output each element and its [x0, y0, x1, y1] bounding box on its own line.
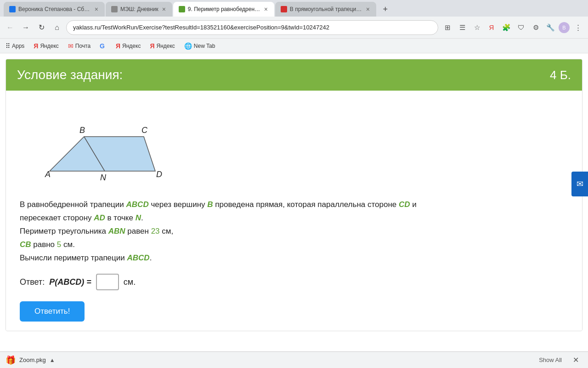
screen-share-icon[interactable]: ⊞ — [441, 21, 454, 34]
download-chevron-icon[interactable]: ▲ — [50, 357, 55, 363]
show-all-button[interactable]: Show All — [535, 355, 565, 365]
bookmark-yandex-3[interactable]: Я Яндекс — [148, 41, 176, 51]
address-bar: ← → ↻ ⌂ ⊞ ☰ ☆ Я 🧩 🛡 ⚙ 🔧 В ⋮ — [0, 17, 588, 39]
bookmark-apps[interactable]: ⠿ Apps — [4, 41, 26, 51]
extension-icon-2[interactable]: 🛡 — [514, 21, 527, 34]
reader-mode-icon[interactable]: ☰ — [456, 21, 469, 34]
bookmark-mail-label: Почта — [75, 43, 90, 49]
tab-3[interactable]: 9. Периметр равнобедренно... × — [173, 2, 274, 17]
answer-unit: см. — [124, 277, 136, 287]
problem-line2: пересекает сторону AD в точке N. — [20, 213, 143, 222]
tab-1-close[interactable]: × — [94, 5, 99, 14]
tab-bar: Вероника Степанова - Сборн... × МЭШ: Дне… — [0, 0, 588, 17]
tab-1-favicon — [9, 6, 16, 12]
bookmark-yandex-2-label: Яндекс — [122, 43, 141, 49]
new-tab-button[interactable]: + — [379, 3, 392, 16]
card-body: A B C D N В равнобедренной трапеции ABCD… — [6, 91, 582, 331]
exercise-card: Условие задания: 4 Б. A B C — [6, 59, 582, 331]
browser-frame: Вероника Степанова - Сборн... × МЭШ: Дне… — [0, 0, 588, 368]
back-button[interactable]: ← — [4, 21, 17, 34]
address-input[interactable] — [66, 20, 438, 35]
submit-button[interactable]: Ответить! — [20, 301, 85, 322]
bookmark-yandex-1[interactable]: Я Яндекс — [32, 41, 60, 51]
svg-text:B: B — [79, 126, 85, 135]
trapezoid-svg: A B C D N — [20, 100, 167, 187]
svg-text:A: A — [45, 170, 51, 179]
extensions-icon[interactable]: ⚙ — [529, 21, 542, 34]
bookmark-mail[interactable]: ✉ Почта — [66, 41, 92, 51]
svg-text:C: C — [141, 126, 148, 135]
bookmarks-bar: ⠿ Apps Я Яндекс ✉ Почта G Я Яндекс Я Янд… — [0, 39, 588, 53]
svg-marker-0 — [50, 137, 155, 171]
download-item: 🎁 Zoom.pkg ▲ — [6, 355, 55, 365]
problem-text: В равнобедренной трапеции ABCD через вер… — [20, 198, 568, 264]
reload-button[interactable]: ↻ — [35, 21, 48, 34]
bookmark-newtab-label: New Tab — [194, 43, 215, 49]
tab-2-label: МЭШ: Дневник — [120, 6, 158, 12]
tab-2-favicon — [111, 6, 118, 12]
trapezoid-figure: A B C D N — [20, 100, 568, 189]
tab-1-label: Вероника Степанова - Сборн... — [18, 6, 91, 12]
bookmark-star-icon[interactable]: ☆ — [470, 21, 483, 34]
svg-text:N: N — [100, 173, 107, 182]
download-bar-close[interactable]: ✕ — [569, 354, 582, 366]
toolbar-icons: ⊞ ☰ ☆ Я 🧩 🛡 ⚙ 🔧 В ⋮ — [441, 21, 584, 34]
problem-line3: Периметр треугольника ABN равен 23 см, — [20, 227, 173, 236]
bookmark-yandex-3-label: Яндекс — [156, 43, 175, 49]
answer-formula: P(ABCD) = — [49, 277, 91, 287]
home-button[interactable]: ⌂ — [51, 21, 63, 34]
extension-icon-1[interactable]: 🧩 — [500, 21, 513, 34]
forward-button[interactable]: → — [19, 21, 32, 34]
card-header-points: 4 Б. — [550, 68, 571, 82]
answer-row: Ответ: P(ABCD) = см. — [20, 274, 568, 290]
tab-3-favicon — [179, 6, 185, 12]
tab-3-label: 9. Периметр равнобедренно... — [188, 6, 260, 12]
download-bar: 🎁 Zoom.pkg ▲ Show All ✕ — [0, 351, 588, 368]
problem-line4: CB равно 5 см. — [20, 240, 75, 249]
bookmark-apps-label: Apps — [12, 43, 24, 49]
yandex-icon-1[interactable]: Я — [485, 21, 498, 34]
problem-line1: В равнобедренной трапеции ABCD через вер… — [20, 200, 417, 209]
tab-4-favicon — [281, 6, 287, 12]
bookmark-google[interactable]: G — [98, 41, 108, 51]
answer-input[interactable] — [96, 274, 119, 290]
svg-text:D: D — [156, 170, 162, 179]
bookmark-yandex-2[interactable]: Я Яндекс — [114, 41, 142, 51]
tab-2[interactable]: МЭШ: Дневник × — [106, 2, 172, 17]
menu-icon[interactable]: ⋮ — [571, 21, 584, 34]
download-filename: Zoom.pkg — [19, 356, 46, 363]
tab-4-label: В прямоугольной трапеции о... — [290, 6, 362, 12]
problem-line5: Вычисли периметр трапеции ABCD. — [20, 253, 152, 262]
card-header: Условие задания: 4 Б. — [6, 59, 582, 91]
answer-label: Ответ: — [20, 277, 45, 287]
tab-2-close[interactable]: × — [161, 5, 167, 14]
tab-4[interactable]: В прямоугольной трапеции о... × — [275, 2, 376, 17]
tab-1[interactable]: Вероника Степанова - Сборн... × — [4, 2, 105, 17]
download-file-icon: 🎁 — [6, 355, 16, 365]
card-header-title: Условие задания: — [17, 68, 123, 82]
tab-3-close[interactable]: × — [263, 5, 269, 14]
bookmark-newtab[interactable]: 🌐 New Tab — [182, 41, 217, 51]
user-avatar[interactable]: В — [559, 22, 570, 33]
tab-4-close[interactable]: × — [365, 5, 371, 14]
page-content: Условие задания: 4 Б. A B C — [0, 53, 588, 351]
bookmark-yandex-1-label: Яндекс — [40, 43, 58, 49]
puzzle-icon[interactable]: 🔧 — [544, 21, 557, 34]
feedback-button[interactable]: ✉ — [571, 172, 588, 196]
feedback-icon: ✉ — [577, 179, 583, 189]
